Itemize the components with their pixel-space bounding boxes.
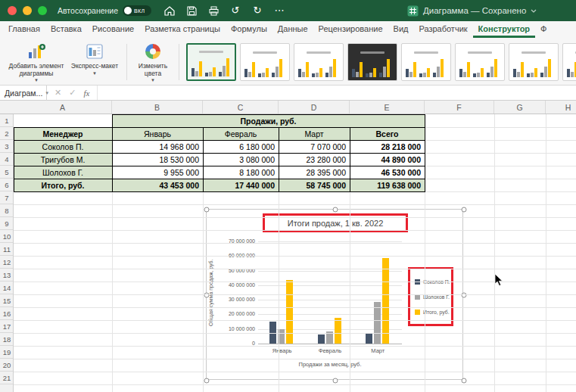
row-header-3[interactable]: 3 xyxy=(0,140,14,153)
row-header-20[interactable]: 20 xyxy=(0,359,14,372)
enter-icon[interactable]: ✓ xyxy=(69,88,76,98)
chart-bar[interactable] xyxy=(318,334,325,344)
formula-input[interactable] xyxy=(97,86,576,100)
table-header-cell[interactable]: Всего xyxy=(350,127,425,140)
add-chart-element-button[interactable]: Добавить элемент диаграммы ▼ xyxy=(6,41,67,83)
tab-Рисование[interactable]: Рисование xyxy=(87,21,139,38)
chart-style-2[interactable] xyxy=(240,43,290,81)
row-header-17[interactable]: 17 xyxy=(0,320,14,333)
undo-icon[interactable]: ↺ xyxy=(229,5,241,17)
total-value-cell[interactable]: 119 638 000 xyxy=(350,179,425,191)
change-colors-button[interactable]: Изменить цвета ▼ xyxy=(131,41,175,83)
chart-bar[interactable] xyxy=(366,333,372,344)
quick-layout-button[interactable]: Экспресс-макет ▼ xyxy=(67,41,123,83)
value-cell[interactable]: 46 530 000 xyxy=(350,166,425,179)
chart-title[interactable]: Итоги продаж, 1 кв. 2022 xyxy=(288,219,384,228)
autosave-toggle[interactable]: ВКЛ xyxy=(123,5,151,16)
tab-Разметка страницы[interactable]: Разметка страницы xyxy=(139,21,226,38)
row-header-21[interactable]: 21 xyxy=(0,372,14,384)
row-header-9[interactable]: 9 xyxy=(0,217,14,230)
table-title-cell[interactable]: Продажи, руб. xyxy=(112,114,425,127)
row-header-2[interactable]: 2 xyxy=(0,127,14,140)
chart-resize-handle[interactable] xyxy=(333,378,338,384)
manager-name-cell[interactable]: Тригубов М. xyxy=(14,153,112,166)
total-label-cell[interactable]: Итого, руб. xyxy=(14,179,112,191)
chart-resize-handle[interactable] xyxy=(204,378,210,384)
column-header-H[interactable]: H xyxy=(546,101,576,114)
value-cell[interactable]: 18 530 000 xyxy=(112,153,203,166)
chart-style-5[interactable] xyxy=(401,43,451,81)
tab-Вставка[interactable]: Вставка xyxy=(45,21,87,38)
value-cell[interactable]: 6 180 000 xyxy=(203,140,279,153)
row-header-5[interactable]: 5 xyxy=(0,166,14,179)
row-header-15[interactable]: 15 xyxy=(0,294,14,307)
tab-Разработчик[interactable]: Разработчик xyxy=(413,21,472,38)
chart-resize-handle[interactable] xyxy=(204,207,210,213)
x-axis-title[interactable]: Продажи за месяц, руб. xyxy=(258,361,402,368)
value-cell[interactable]: 23 280 000 xyxy=(279,153,350,166)
save-icon[interactable] xyxy=(185,5,198,17)
tab-Ф[interactable]: Ф xyxy=(535,21,552,38)
column-header-B[interactable]: B xyxy=(112,101,203,114)
fx-icon[interactable]: fx xyxy=(83,89,89,98)
row-header-7[interactable]: 7 xyxy=(0,191,14,204)
chart-bar[interactable] xyxy=(382,258,389,344)
column-header-F[interactable]: F xyxy=(425,101,494,114)
grid-area[interactable]: Итоги продаж, 1 кв. 2022 Общая сумма про… xyxy=(14,114,576,392)
table-header-cell[interactable]: Март xyxy=(279,127,350,140)
row-header-13[interactable]: 13 xyxy=(0,269,14,282)
column-header-E[interactable]: E xyxy=(350,101,425,114)
row-header-10[interactable]: 10 xyxy=(0,230,14,243)
value-cell[interactable]: 28 395 000 xyxy=(279,166,350,179)
name-box[interactable]: Диаграм... ▼ xyxy=(0,86,47,101)
chart-style-8[interactable] xyxy=(562,43,576,81)
tab-Данные[interactable]: Данные xyxy=(272,21,313,38)
value-cell[interactable]: 44 890 000 xyxy=(350,153,425,166)
column-header-A[interactable]: A xyxy=(14,101,112,114)
total-value-cell[interactable]: 58 745 000 xyxy=(279,179,350,191)
total-value-cell[interactable]: 17 440 000 xyxy=(203,179,279,191)
tab-Вид[interactable]: Вид xyxy=(388,21,414,38)
chart-bar[interactable] xyxy=(335,318,341,344)
document-title-group[interactable]: Диаграмма — Сохранено xyxy=(407,0,537,21)
chart-style-3[interactable] xyxy=(294,43,344,81)
row-header-8[interactable]: 8 xyxy=(0,204,14,217)
chart-bar[interactable] xyxy=(374,302,381,344)
home-icon[interactable] xyxy=(163,5,176,17)
chart-style-1[interactable] xyxy=(186,43,236,81)
chart-style-4[interactable] xyxy=(347,43,397,81)
column-header-G[interactable]: G xyxy=(494,101,546,114)
row-header-6[interactable]: 6 xyxy=(0,179,14,191)
value-cell[interactable]: 8 180 000 xyxy=(203,166,279,179)
redo-icon[interactable]: ↻ xyxy=(251,5,263,17)
column-header-D[interactable]: D xyxy=(279,101,350,114)
value-cell[interactable]: 7 070 000 xyxy=(279,140,350,153)
tab-Формулы[interactable]: Формулы xyxy=(226,21,272,38)
chart-legend[interactable]: Соколов П.Шолохов Г.Итого, руб. xyxy=(410,269,451,324)
column-header-C[interactable]: C xyxy=(203,101,279,114)
chart-resize-handle[interactable] xyxy=(462,378,467,384)
row-header-14[interactable]: 14 xyxy=(0,282,14,294)
total-value-cell[interactable]: 43 453 000 xyxy=(112,179,203,191)
value-cell[interactable]: 9 955 000 xyxy=(112,166,203,179)
row-header-4[interactable]: 4 xyxy=(0,153,14,166)
tab-Рецензирование[interactable]: Рецензирование xyxy=(313,21,388,38)
tab-Главная[interactable]: Главная xyxy=(3,21,45,38)
more-actions-icon[interactable]: ⋯ xyxy=(273,5,285,17)
chart-style-6[interactable] xyxy=(455,43,505,81)
minimize-button[interactable] xyxy=(23,6,32,15)
value-cell[interactable]: 28 218 000 xyxy=(350,140,425,153)
row-header-11[interactable]: 11 xyxy=(0,243,14,256)
table-header-cell[interactable]: Январь xyxy=(112,127,203,140)
row-header-16[interactable]: 16 xyxy=(0,307,14,320)
chart-resize-handle[interactable] xyxy=(333,207,338,213)
table-header-cell[interactable]: Февраль xyxy=(203,127,279,140)
value-cell[interactable]: 14 968 000 xyxy=(112,140,203,153)
row-header-12[interactable]: 12 xyxy=(0,256,14,269)
table-header-cell[interactable]: Менеджер xyxy=(14,127,112,140)
manager-name-cell[interactable]: Шолохов Г. xyxy=(14,166,112,179)
chart-resize-handle[interactable] xyxy=(204,293,210,298)
legend-entry[interactable]: Итого, руб. xyxy=(415,310,451,315)
row-header-18[interactable]: 18 xyxy=(0,333,14,346)
chart-style-7[interactable] xyxy=(509,43,559,81)
